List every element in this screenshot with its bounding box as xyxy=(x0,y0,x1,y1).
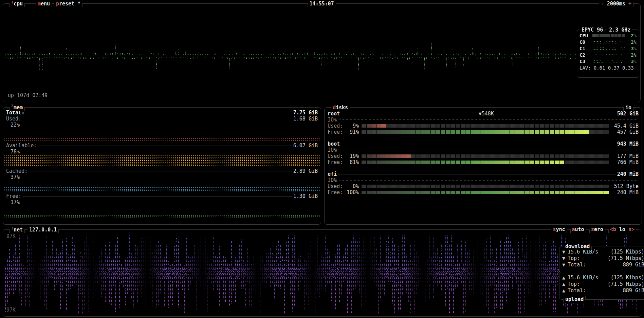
mem-box: 2mem Total: 7.75 GiB Used: 1.68 GiB 22% … xyxy=(3,107,321,225)
net-scale-bottom: 97K xyxy=(6,307,16,313)
net-title-text: net xyxy=(14,227,23,233)
cpu-usage-graph xyxy=(4,9,639,96)
disks-title-text: isks xyxy=(336,105,348,111)
disk-efi-used-bar xyxy=(362,185,609,188)
mem-cached-percent: 37% xyxy=(3,174,321,180)
disk-boot-free-bar xyxy=(362,161,609,164)
net-box: 3net 127.0.0.1 sync auto zero <b lo n> 9… xyxy=(3,229,641,317)
update-interval: - 2000ms + xyxy=(599,0,633,7)
disk-boot-io-label: IO% xyxy=(328,147,337,153)
preset-hotkey: p xyxy=(56,1,59,7)
disk-boot-used-bar xyxy=(362,154,609,158)
net-hotkey: 3 xyxy=(11,226,13,230)
mem-box-title[interactable]: 2mem xyxy=(9,104,25,111)
cpu-total-meter xyxy=(592,34,625,37)
menu-button[interactable]: menu xyxy=(36,0,52,7)
core-row-c1: C1 3% xyxy=(577,45,639,52)
core-c2-meter xyxy=(592,53,625,57)
mem-used-graph xyxy=(3,128,321,143)
mem-total-value: 7.75 GiB xyxy=(293,110,318,116)
btop-screen: { "colors": { "accent_red": "#c4605a", "… xyxy=(0,0,644,318)
mem-cached-graph xyxy=(3,180,321,193)
net-scale-top: 97K xyxy=(6,233,16,239)
core-c0-meter xyxy=(592,40,625,44)
disks-hotkey: d xyxy=(333,105,336,111)
mem-hotkey: 2 xyxy=(11,104,13,108)
upload-arrow-icon: ▲ xyxy=(562,287,565,294)
load-average-row: LAV: 0.61 0.37 0.33 xyxy=(577,64,639,71)
mem-title-text: mem xyxy=(14,105,23,111)
mem-cached-label: Cached: xyxy=(6,168,27,174)
disk-root-free-bar xyxy=(362,130,609,134)
disk-root-size: 502 GiB xyxy=(617,111,639,117)
cpu-hotkey: 1 xyxy=(11,0,13,4)
download-arrow-icon: ▼ xyxy=(562,262,565,268)
mem-free-section: Free: 1.30 GiB 17% xyxy=(3,193,321,219)
disk-root-used-bar xyxy=(362,124,609,128)
core-row-c2: C2 2% xyxy=(577,52,639,58)
disks-box-title[interactable]: disks xyxy=(331,104,350,111)
download-top-row: ▼ Top: (71.5 Mibps) xyxy=(562,255,644,261)
mem-free-value: 1.30 GiB xyxy=(293,193,318,199)
auto-button[interactable]: auto xyxy=(571,226,586,233)
clock: 14:55:07 xyxy=(307,0,336,7)
disks-io-corner[interactable]: io xyxy=(623,104,633,111)
mem-free-percent: 17% xyxy=(3,199,321,205)
upload-arrow-icon: ▲ xyxy=(562,281,565,287)
mem-available-label: Available: xyxy=(6,143,37,149)
disk-section-efi: efi 240 MiB IO% Used: 0% 512 Byte Free: … xyxy=(325,171,642,195)
mem-cached-section: Cached: 2.89 GiB 37% xyxy=(3,168,321,193)
mem-used-percent: 22% xyxy=(3,122,321,128)
disk-root-name: root xyxy=(328,111,340,117)
core-row-c0: C0 2% xyxy=(577,39,639,45)
download-panel-title: download xyxy=(564,243,592,250)
net-box-title[interactable]: 3net xyxy=(9,226,25,233)
zero-button[interactable]: zero xyxy=(590,226,605,233)
load-average-values: 0.61 0.37 0.33 xyxy=(594,65,634,71)
upload-panel: ▲ 15.6 KiB/s (125 Kibps) ▲ Top: (71.5 Mi… xyxy=(559,272,644,300)
cpu-title-text: cpu xyxy=(14,1,23,7)
disk-efi-size: 240 MiB xyxy=(617,171,639,177)
disk-efi-io-label: IO% xyxy=(328,177,337,183)
menu-label: enu xyxy=(41,1,50,7)
mem-available-value: 6.07 GiB xyxy=(293,143,318,149)
download-arrow-icon: ▼ xyxy=(562,255,565,261)
mem-available-percent: 78% xyxy=(3,149,321,155)
disk-root-io-label: IO% xyxy=(328,117,337,123)
load-average-label: LAV: xyxy=(579,65,591,71)
cpu-model: EPYC 96 xyxy=(580,26,605,33)
disk-section-boot: boot 943 MiB IO% Used: 19% 177 MiB Free:… xyxy=(325,141,642,165)
upload-total-row: ▲ Total: 889 GiB xyxy=(562,287,644,294)
cpu-info-panel: EPYC 96 2.3 GHz CPU 2% C0 2% C1 3% C2 xyxy=(577,30,639,78)
mem-used-section: Used: 1.68 GiB 22% xyxy=(3,116,321,143)
preset-button[interactable]: preset * xyxy=(54,0,82,7)
core-c3-meter xyxy=(592,59,625,63)
sync-button[interactable]: sync xyxy=(551,226,566,233)
download-total-row: ▼ Total: 889 GiB xyxy=(562,261,644,268)
menu-hotkey: m xyxy=(38,1,41,7)
interval-decrease-button[interactable]: - xyxy=(601,1,604,7)
cpu-box-title[interactable]: 1cpu xyxy=(9,0,25,7)
disk-boot-name: boot xyxy=(328,141,340,147)
cpu-frequency: 2.3 GHz xyxy=(607,26,632,33)
disk-section-root: root ▼548K 502 GiB IO% Used: 9% 45.4 GiB… xyxy=(325,111,642,135)
cpu-model-header: EPYC 96 2.3 GHz xyxy=(580,26,632,34)
download-panel: download ▼ 15.6 KiB/s (125 Kibps) ▼ Top:… xyxy=(559,246,644,273)
mem-cached-value: 2.89 GiB xyxy=(293,168,318,174)
mem-free-label: Free: xyxy=(6,193,21,199)
net-traffic-graph xyxy=(4,233,639,314)
disk-root-io-activity: ▼548K xyxy=(479,111,494,117)
cpu-box: 1cpu menu preset * 14:55:07 - 2000ms + E… xyxy=(3,3,641,102)
upload-top-row: ▲ Top: (71.5 Mibps) xyxy=(562,281,644,287)
disk-efi-name: efi xyxy=(328,171,337,177)
preset-label: reset * xyxy=(59,1,80,7)
mem-available-graph xyxy=(3,155,321,168)
interval-value: 2000ms xyxy=(604,1,628,7)
net-interface-address: 127.0.0.1 xyxy=(27,226,59,233)
interval-increase-button[interactable]: + xyxy=(628,1,631,7)
mem-used-label: Used: xyxy=(6,116,21,122)
mem-total-row: Total: 7.75 GiB xyxy=(3,109,321,116)
upload-arrow-icon: ▲ xyxy=(562,275,565,281)
interface-switcher[interactable]: <b lo n> xyxy=(609,226,636,233)
core-row-c3: C3 3% xyxy=(577,58,639,64)
